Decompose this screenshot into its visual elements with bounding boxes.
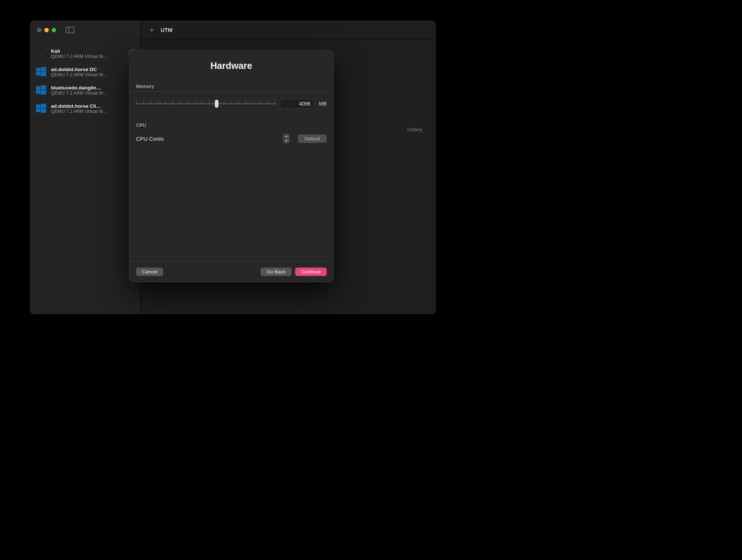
vm-name: ad.dotdot.horse DC xyxy=(51,67,124,72)
windows-icon xyxy=(36,66,47,77)
svg-rect-10 xyxy=(36,104,40,108)
sidebar-toggle-icon[interactable] xyxy=(65,26,75,34)
vm-name: bluetuxedo.danglin… xyxy=(51,85,124,91)
minimize-window-button[interactable] xyxy=(44,28,49,32)
cpu-cores-stepper[interactable]: ▲ ▼ xyxy=(283,134,290,143)
slider-thumb[interactable] xyxy=(215,100,218,108)
svg-rect-12 xyxy=(36,108,40,112)
cpu-row: CPU Cores ▲ ▼ Default xyxy=(129,130,333,143)
cpu-section-label: CPU xyxy=(129,119,333,130)
memory-unit: MB xyxy=(319,101,327,107)
svg-rect-3 xyxy=(41,67,46,71)
hardware-dialog: Hardware Memory M xyxy=(129,50,334,282)
svg-rect-9 xyxy=(41,90,46,95)
svg-rect-6 xyxy=(36,86,40,90)
vm-name: Kali xyxy=(51,48,124,54)
cancel-button[interactable]: Cancel xyxy=(136,268,163,276)
svg-rect-0 xyxy=(66,27,74,33)
go-back-button[interactable]: Go Back xyxy=(261,268,291,276)
close-window-button[interactable] xyxy=(37,28,41,32)
maximize-window-button[interactable] xyxy=(52,28,56,32)
vm-subtitle: QEMU 7.2 ARM Virtual M… xyxy=(51,54,124,59)
vm-subtitle: QEMU 7.2 ARM Virtual M… xyxy=(51,72,124,77)
vm-item-bluetuxedo[interactable]: bluetuxedo.danglin… QEMU 7.2 ARM Virtual… xyxy=(30,81,140,99)
cpu-cores-label: CPU Cores xyxy=(136,136,279,142)
vm-item-kali[interactable]: ⎯ Kali QEMU 7.2 ARM Virtual M… xyxy=(30,44,140,63)
gallery-label: Gallery xyxy=(407,127,422,132)
background-card-3[interactable] xyxy=(401,250,425,265)
background-card-2[interactable] xyxy=(401,176,425,245)
svg-rect-11 xyxy=(41,104,46,108)
svg-rect-2 xyxy=(36,68,40,71)
vm-item-ad-client[interactable]: ad.dotdot.horse Cli… QEMU 7.2 ARM Virtua… xyxy=(30,99,140,118)
stepper-down-icon[interactable]: ▼ xyxy=(283,139,290,144)
svg-rect-5 xyxy=(41,72,46,76)
svg-rect-7 xyxy=(41,85,46,90)
vm-subtitle: QEMU 7.2 ARM Virtual M… xyxy=(51,109,124,114)
svg-rect-13 xyxy=(41,108,46,113)
svg-rect-4 xyxy=(36,72,40,75)
stepper-up-icon[interactable]: ▲ xyxy=(283,134,290,139)
kali-icon: ⎯ xyxy=(36,48,47,59)
memory-row: MB xyxy=(129,92,333,119)
vm-item-ad-dc[interactable]: ad.dotdot.horse DC QEMU 7.2 ARM Virtual … xyxy=(30,63,140,81)
dialog-footer: Cancel Go Back Continue xyxy=(129,261,333,282)
sidebar: ⎯ Kali QEMU 7.2 ARM Virtual M… ad.dotdot… xyxy=(30,21,141,314)
windows-icon xyxy=(36,85,47,96)
traffic-lights xyxy=(37,28,56,32)
continue-button[interactable]: Continue xyxy=(295,268,327,276)
titlebar xyxy=(30,21,436,39)
gallery-card[interactable]: Gallery xyxy=(401,104,425,137)
slider-track xyxy=(136,103,275,104)
memory-value-input[interactable] xyxy=(280,99,314,108)
svg-rect-8 xyxy=(36,90,40,94)
windows-icon xyxy=(36,103,47,114)
default-button[interactable]: Default xyxy=(298,135,327,143)
memory-slider[interactable] xyxy=(136,99,275,108)
memory-section-label: Memory xyxy=(129,80,333,91)
vm-subtitle: QEMU 7.2 ARM Virtual M… xyxy=(51,91,124,96)
dialog-title: Hardware xyxy=(129,50,333,80)
vm-name: ad.dotdot.horse Cli… xyxy=(51,103,124,109)
